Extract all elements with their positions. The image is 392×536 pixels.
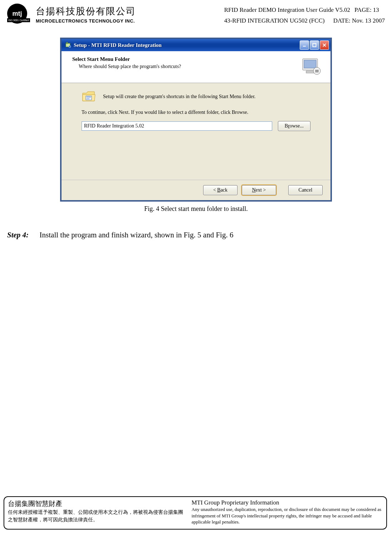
company-logo: mtj ISO 9001 Certified <box>7 4 32 25</box>
company-name-cn: 台揚科技股份有限公司 <box>36 5 136 18</box>
maximize-button[interactable] <box>310 40 319 50</box>
header-right: RFID Reader DEMO Integration User Guide … <box>224 4 385 24</box>
wizard-heading: Select Start Menu Folder <box>72 56 299 62</box>
cancel-button[interactable]: Cancel <box>288 185 323 195</box>
page-number: PAGE: 13 <box>354 6 379 14</box>
next-button[interactable]: Next > <box>242 185 276 195</box>
header-left: mtj ISO 9001 Certified 台揚科技股份有限公司 MICROE… <box>7 4 136 25</box>
company-names: 台揚科技股份有限公司 MICROELECTRONICS TECHNOLOGY I… <box>36 4 136 24</box>
step-label: Step 4: <box>7 231 29 239</box>
svg-rect-4 <box>313 44 316 47</box>
body-line-1: Setup will create the program's shortcut… <box>103 94 255 100</box>
wizard-header: Select Start Menu Folder Where should Se… <box>62 51 330 83</box>
setup-icon <box>65 42 72 48</box>
svg-rect-10 <box>315 71 319 72</box>
iso-badge: ISO 9001 Certified <box>7 18 30 22</box>
wizard-subheading: Where should Setup place the program's s… <box>72 64 299 69</box>
titlebar[interactable]: Setup - MTI RFID Reader Integration <box>62 39 330 51</box>
footer-left-title: 台揚集團智慧財產 <box>8 499 184 508</box>
folder-icon <box>82 90 97 103</box>
svg-rect-1 <box>67 42 68 44</box>
window-title: Setup - MTI RFID Reader Integration <box>74 42 299 48</box>
wizard-footer: < Back Next > Cancel <box>62 180 330 200</box>
footer-right-title: MTI Group Proprietary Information <box>191 499 383 506</box>
doc-date: DATE: Nov. 13 2007 <box>333 17 385 24</box>
footer-right: MTI Group Proprietary Information Any un… <box>191 499 383 525</box>
page-header: mtj ISO 9001 Certified 台揚科技股份有限公司 MICROE… <box>0 0 392 27</box>
svg-point-2 <box>69 45 71 48</box>
installer-window: Setup - MTI RFID Reader Integration Sele… <box>60 38 332 202</box>
minimize-button[interactable] <box>300 40 309 50</box>
figure-caption: Fig. 4 Select start menu folder to insta… <box>0 205 392 213</box>
body-line-2: To continue, click Next. If you would li… <box>82 110 310 115</box>
page-footer: 台揚集團智慧財產 任何未經授權逕予複製、重製、公開或使用本文之行為，將被視為侵害… <box>4 496 387 530</box>
start-menu-folder-input[interactable] <box>82 121 272 131</box>
wizard-computer-icon <box>299 56 323 76</box>
step-instruction: Step 4: Install the program and finish w… <box>7 231 385 240</box>
browse-button[interactable]: Browse... <box>278 121 310 131</box>
svg-rect-9 <box>315 70 319 71</box>
footer-left: 台揚集團智慧財產 任何未經授權逕予複製、重製、公開或使用本文之行為，將被視為侵害… <box>8 499 184 525</box>
svg-rect-7 <box>306 71 314 73</box>
svg-rect-6 <box>304 60 316 68</box>
doc-code: 43-RFID INTEGRATION UG502 (FCC) <box>224 17 325 24</box>
svg-rect-3 <box>303 46 306 47</box>
close-button[interactable] <box>320 40 329 50</box>
footer-left-body: 任何未經授權逕予複製、重製、公開或使用本文之行為，將被視為侵害台揚集團之智慧財產… <box>8 508 184 523</box>
company-name-en: MICROELECTRONICS TECHNOLOGY INC. <box>36 18 136 24</box>
wizard-body: Setup will create the program's shortcut… <box>62 83 330 180</box>
back-button[interactable]: < Back <box>203 185 237 195</box>
guide-title: RFID Reader DEMO Integration User Guide … <box>224 6 350 14</box>
step-text: Install the program and finish wizard, s… <box>40 231 234 239</box>
footer-right-body: Any unauthorized use, duplication, repro… <box>191 506 383 525</box>
